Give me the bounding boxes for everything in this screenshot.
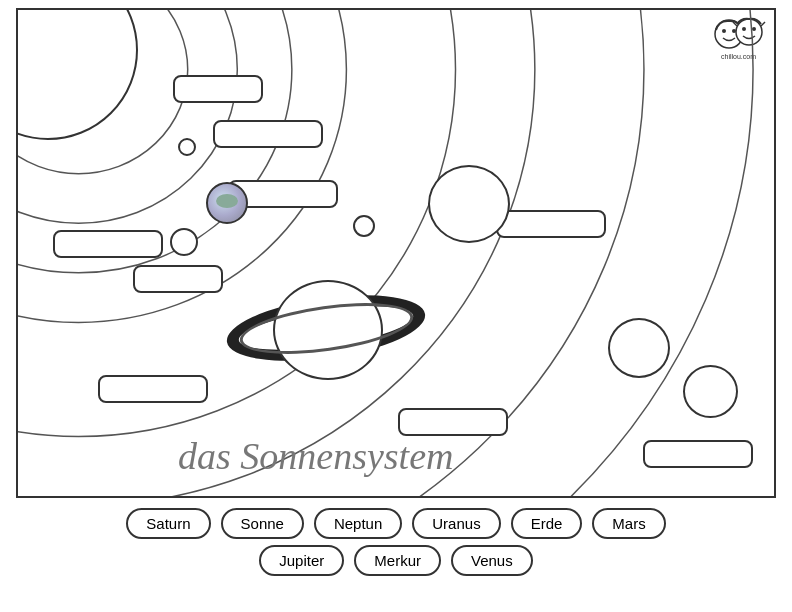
svg-point-1 <box>722 29 726 33</box>
word-chip-saturn[interactable]: Saturn <box>126 508 210 539</box>
uranus-planet <box>608 318 670 378</box>
word-row-2: Jupiter Merkur Venus <box>259 545 532 576</box>
word-chip-erde[interactable]: Erde <box>511 508 583 539</box>
label-box-5[interactable] <box>133 265 223 293</box>
saturn-group <box>273 280 383 380</box>
word-chip-venus[interactable]: Venus <box>451 545 533 576</box>
label-box-4[interactable] <box>53 230 163 258</box>
word-chip-neptun[interactable]: Neptun <box>314 508 402 539</box>
word-chip-mars[interactable]: Mars <box>592 508 665 539</box>
logo: chillou.com <box>711 16 766 56</box>
label-box-9[interactable] <box>643 440 753 468</box>
mars-planet <box>353 215 375 237</box>
canvas-title: das Sonnensystem <box>178 434 453 478</box>
word-bank: Saturn Sonne Neptun Uranus Erde Mars Jup… <box>0 502 792 580</box>
jupiter-planet <box>428 165 510 243</box>
svg-line-7 <box>761 22 765 26</box>
mercury-planet <box>178 138 196 156</box>
label-box-2[interactable] <box>213 120 323 148</box>
label-box-8[interactable] <box>398 408 508 436</box>
venus-planet <box>170 228 198 256</box>
word-chip-sonne[interactable]: Sonne <box>221 508 304 539</box>
svg-point-4 <box>742 27 746 31</box>
neptune-planet <box>683 365 738 418</box>
earth-planet <box>206 182 248 224</box>
main-container: chillou.com <box>0 0 792 612</box>
solar-system-canvas: chillou.com <box>16 8 776 498</box>
word-chip-uranus[interactable]: Uranus <box>412 508 500 539</box>
word-chip-merkur[interactable]: Merkur <box>354 545 441 576</box>
word-row-1: Saturn Sonne Neptun Uranus Erde Mars <box>126 508 665 539</box>
label-box-7[interactable] <box>496 210 606 238</box>
svg-point-5 <box>752 27 756 31</box>
svg-point-3 <box>736 19 762 45</box>
sun-planet <box>16 8 138 140</box>
word-chip-jupiter[interactable]: Jupiter <box>259 545 344 576</box>
label-box-6[interactable] <box>98 375 208 403</box>
logo-text: chillou.com <box>711 53 766 60</box>
label-box-1[interactable] <box>173 75 263 103</box>
